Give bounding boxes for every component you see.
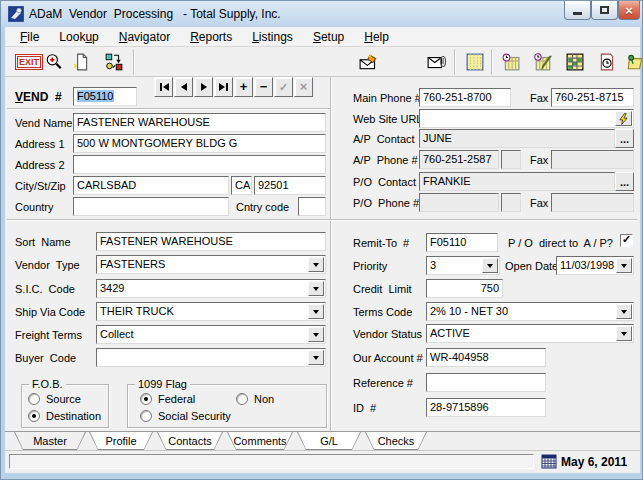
- minimize-button[interactable]: [564, 1, 591, 20]
- flag-non-option[interactable]: Non: [236, 393, 274, 405]
- radio-icon[interactable]: [140, 410, 152, 422]
- sort-name-field[interactable]: FASTENER WAREHOUSE: [96, 232, 326, 251]
- maximize-button[interactable]: [591, 1, 618, 20]
- terms-code-combo[interactable]: 2% 10 - NET 30: [426, 302, 634, 321]
- buyer-code-combo[interactable]: [96, 348, 326, 367]
- tab-profile[interactable]: Profile: [89, 432, 153, 450]
- vend-number-field[interactable]: F05110: [73, 87, 137, 106]
- website-launch-button[interactable]: [615, 111, 632, 126]
- po-direct-label: P / O direct to A / P?: [508, 237, 613, 249]
- dropdown-arrow-icon[interactable]: [482, 258, 498, 273]
- website-field[interactable]: [419, 109, 634, 128]
- document-clock-button[interactable]: [595, 51, 619, 73]
- po-phone-field[interactable]: [419, 193, 499, 212]
- main-fax-field[interactable]: 760-251-8715: [551, 88, 634, 107]
- vend-name-field[interactable]: FASTENER WAREHOUSE: [73, 113, 326, 132]
- sic-code-combo[interactable]: 3429: [96, 279, 326, 298]
- remit-to-field[interactable]: F05110: [426, 233, 498, 252]
- previous-icon: [181, 83, 187, 91]
- calendar-edit-button[interactable]: [531, 51, 555, 73]
- vendor-type-combo[interactable]: FASTENERS: [96, 255, 326, 274]
- spreadsheet-button[interactable]: [463, 51, 487, 73]
- record-delete-button[interactable]: [254, 77, 273, 97]
- main-phone-field[interactable]: 760-251-8700: [419, 88, 511, 107]
- spreadsheet-icon: [466, 53, 484, 71]
- record-last-button[interactable]: [214, 77, 233, 97]
- dropdown-arrow-icon[interactable]: [616, 304, 632, 319]
- ap-phone-ext-field[interactable]: [501, 150, 521, 169]
- fob-source-option[interactable]: Source: [28, 393, 81, 405]
- tab-contacts[interactable]: Contacts: [157, 432, 223, 450]
- city-st-zip-label: City/St/Zip: [15, 180, 66, 192]
- flag-social-security-option[interactable]: Social Security: [140, 410, 231, 422]
- title-bar[interactable]: ADaM Vendor Processing - Total Supply, I…: [1, 1, 642, 27]
- po-phone-ext-field[interactable]: [501, 193, 521, 212]
- flag-federal-option[interactable]: Federal: [140, 393, 195, 405]
- dropdown-arrow-icon[interactable]: [308, 257, 324, 272]
- record-post-button[interactable]: [274, 77, 293, 97]
- ap-fax-field[interactable]: [551, 150, 634, 169]
- record-insert-button[interactable]: [234, 77, 253, 97]
- country-code-field[interactable]: [298, 197, 326, 216]
- new-document-button[interactable]: [69, 51, 93, 73]
- address2-field[interactable]: [73, 155, 326, 174]
- radio-icon[interactable]: [236, 393, 248, 405]
- country-field[interactable]: [73, 197, 229, 216]
- dropdown-arrow-icon[interactable]: [616, 326, 632, 341]
- dropdown-arrow-icon[interactable]: [308, 281, 324, 296]
- freight-terms-combo[interactable]: Collect: [96, 325, 326, 344]
- address1-field[interactable]: 500 W MONTGOMERY BLDG G: [73, 134, 326, 153]
- mail-attachment-button[interactable]: [425, 51, 449, 73]
- compose-mail-button[interactable]: [357, 51, 381, 73]
- priority-combo[interactable]: 3: [426, 256, 500, 275]
- dropdown-arrow-icon[interactable]: [616, 258, 632, 273]
- menu-file[interactable]: File: [10, 28, 49, 46]
- radio-icon[interactable]: [140, 393, 152, 405]
- tab-gl[interactable]: G/L: [297, 432, 361, 450]
- tab-comments[interactable]: Comments: [227, 432, 293, 450]
- tab-master[interactable]: Master: [14, 432, 86, 450]
- tab-checks[interactable]: Checks: [365, 432, 427, 450]
- dropdown-arrow-icon[interactable]: [308, 327, 324, 342]
- panel-divider: [330, 77, 332, 431]
- state-field[interactable]: CA: [231, 176, 252, 195]
- po-contact-more-button[interactable]: ...: [615, 172, 634, 191]
- ap-contact-field[interactable]: JUNE: [419, 129, 615, 148]
- credit-limit-field[interactable]: 750: [426, 279, 503, 298]
- radio-icon[interactable]: [28, 410, 40, 422]
- open-date-combo[interactable]: 11/03/1998: [556, 256, 634, 275]
- po-contact-field[interactable]: FRANKIE: [419, 172, 615, 191]
- reference-field[interactable]: [426, 373, 546, 392]
- record-cancel-button[interactable]: [294, 77, 313, 97]
- menu-listings[interactable]: Listings: [242, 28, 303, 46]
- sticky-note-button[interactable]: [623, 51, 643, 73]
- calendar-clock-button[interactable]: [499, 51, 523, 73]
- zoom-button[interactable]: [42, 51, 66, 73]
- city-field[interactable]: CARLSBAD: [73, 176, 229, 195]
- ap-contact-more-button[interactable]: ...: [615, 129, 634, 148]
- table-button[interactable]: [563, 51, 587, 73]
- record-first-button[interactable]: [154, 77, 173, 97]
- close-button[interactable]: ×: [618, 1, 640, 20]
- ship-via-combo[interactable]: THEIR TRUCK: [96, 302, 326, 321]
- vendor-status-combo[interactable]: ACTIVE: [426, 324, 634, 343]
- zip-field[interactable]: 92501: [254, 176, 326, 195]
- po-direct-checkbox[interactable]: [620, 234, 633, 247]
- menu-lookup[interactable]: Lookup: [49, 28, 108, 46]
- po-fax-field[interactable]: [551, 193, 634, 212]
- radio-icon[interactable]: [28, 393, 40, 405]
- fob-destination-option[interactable]: Destination: [28, 410, 101, 422]
- dropdown-arrow-icon[interactable]: [308, 304, 324, 319]
- exit-button[interactable]: EXIT: [15, 54, 43, 70]
- navigator-button[interactable]: [102, 51, 126, 73]
- ap-phone-field[interactable]: 760-251-2587: [419, 150, 499, 169]
- record-previous-button[interactable]: [174, 77, 193, 97]
- menu-setup[interactable]: Setup: [303, 28, 354, 46]
- dropdown-arrow-icon[interactable]: [308, 350, 324, 365]
- id-field[interactable]: 28-9715896: [426, 398, 546, 417]
- record-next-button[interactable]: [194, 77, 213, 97]
- menu-help[interactable]: Help: [354, 28, 399, 46]
- our-account-field[interactable]: WR-404958: [426, 348, 546, 367]
- menu-reports[interactable]: Reports: [180, 28, 242, 46]
- menu-navigator[interactable]: Navigator: [109, 28, 180, 46]
